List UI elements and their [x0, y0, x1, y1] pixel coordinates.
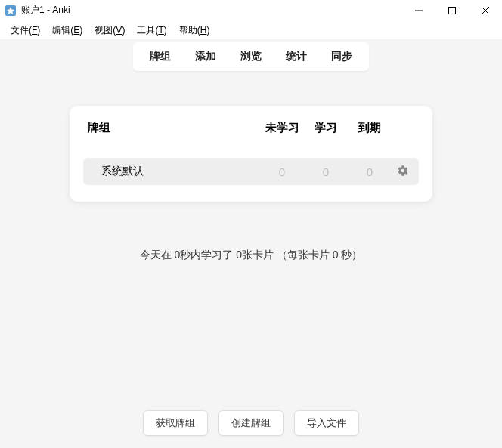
deck-due-count: 0 — [348, 165, 392, 178]
tabs-container: 牌组 添加 浏览 统计 同步 — [0, 39, 502, 71]
import-file-button[interactable]: 导入文件 — [294, 410, 359, 436]
app-icon — [5, 5, 17, 17]
tab-add[interactable]: 添加 — [183, 45, 228, 68]
deck-list-card: 牌组 未学习 学习 到期 系统默认 0 0 0 — [70, 106, 432, 202]
deck-name: 系统默认 — [101, 165, 260, 178]
titlebar: 账户1 - Anki — [0, 0, 502, 21]
maximize-button[interactable] — [435, 0, 469, 20]
menu-view[interactable]: 视图(V) — [88, 23, 131, 39]
header-due: 到期 — [348, 121, 392, 135]
header-deck: 牌组 — [88, 121, 260, 135]
content-area: 牌组 添加 浏览 统计 同步 牌组 未学习 学习 到期 系统默认 0 0 0 今 — [0, 39, 502, 448]
deck-learn-count: 0 — [304, 165, 348, 178]
svg-rect-3 — [449, 7, 456, 14]
tabs: 牌组 添加 浏览 统计 同步 — [133, 42, 369, 71]
close-button[interactable] — [469, 0, 502, 20]
bottom-buttons: 获取牌组 创建牌组 导入文件 — [0, 410, 502, 436]
tab-stats[interactable]: 统计 — [274, 45, 319, 68]
deck-options-button[interactable] — [392, 165, 414, 179]
window-title: 账户1 - Anki — [21, 4, 402, 17]
create-deck-button[interactable]: 创建牌组 — [218, 410, 284, 436]
tab-decks[interactable]: 牌组 — [138, 45, 183, 68]
window-controls — [402, 0, 502, 20]
deck-row[interactable]: 系统默认 0 0 0 — [83, 158, 419, 185]
deck-table-header: 牌组 未学习 学习 到期 — [83, 121, 419, 158]
menu-file[interactable]: 文件(F) — [5, 23, 46, 39]
header-new: 未学习 — [260, 121, 304, 135]
get-decks-button[interactable]: 获取牌组 — [143, 410, 208, 436]
header-spacer — [392, 121, 414, 135]
deck-new-count: 0 — [260, 165, 304, 178]
menu-edit[interactable]: 编辑(E) — [46, 23, 88, 39]
menu-help[interactable]: 帮助(H) — [173, 23, 216, 39]
menu-tools[interactable]: 工具(T) — [131, 23, 172, 39]
gear-icon — [397, 165, 409, 179]
minimize-button[interactable] — [402, 0, 435, 20]
tab-sync[interactable]: 同步 — [319, 45, 364, 68]
tab-browse[interactable]: 浏览 — [228, 45, 274, 68]
menubar: 文件(F) 编辑(E) 视图(V) 工具(T) 帮助(H) — [0, 21, 502, 39]
study-stats-text: 今天在 0秒内学习了 0张卡片 （每张卡片 0 秒） — [0, 249, 502, 262]
header-learn: 学习 — [304, 121, 348, 135]
